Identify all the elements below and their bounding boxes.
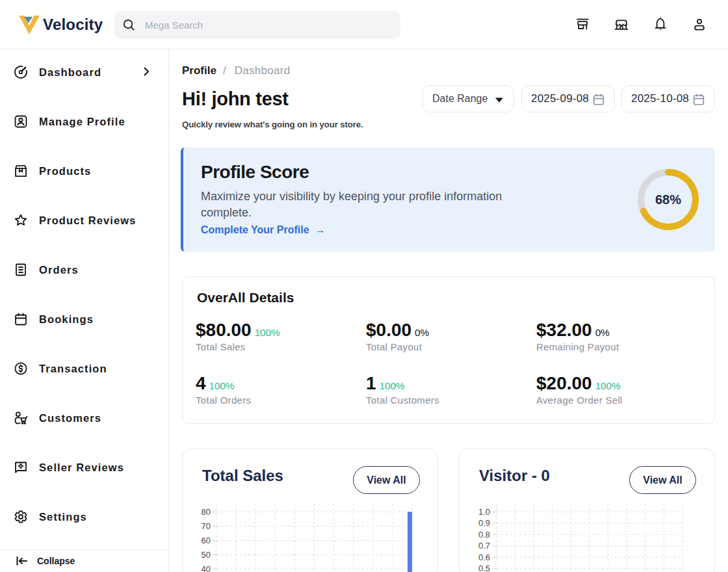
svg-text:0.9: 0.9	[478, 518, 490, 528]
svg-text:70: 70	[202, 521, 211, 531]
svg-text:0.5: 0.5	[478, 564, 490, 572]
svg-text:0.6: 0.6	[478, 552, 490, 562]
svg-text:50: 50	[202, 550, 211, 560]
svg-text:80: 80	[202, 507, 211, 517]
svg-text:60: 60	[202, 536, 211, 545]
svg-text:0.8: 0.8	[478, 530, 490, 540]
svg-text:40: 40	[202, 564, 211, 572]
svg-text:1.0: 1.0	[478, 507, 490, 517]
svg-text:0.7: 0.7	[478, 541, 490, 551]
